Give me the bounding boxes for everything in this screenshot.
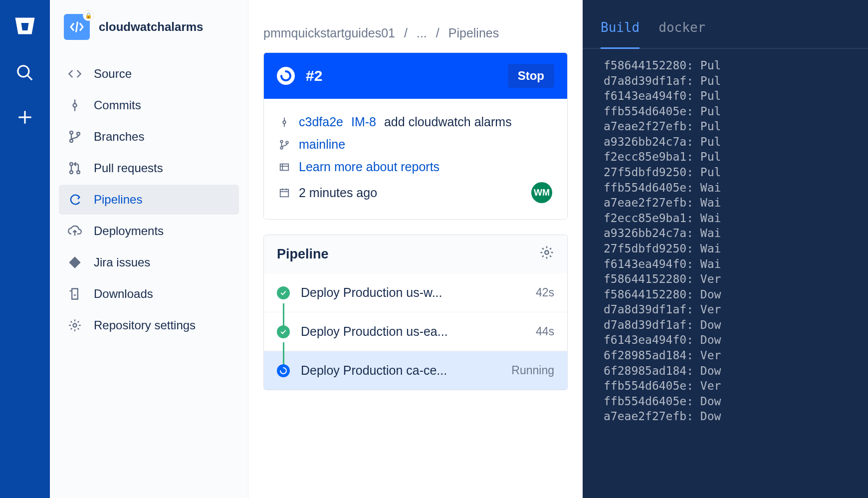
user-avatar[interactable]: WM bbox=[531, 182, 552, 203]
log-output[interactable]: f58644152280: Pul d7a8d39df1af: Pul f614… bbox=[583, 49, 868, 424]
svg-point-9 bbox=[77, 132, 80, 135]
sidebar-item-commits[interactable]: Commits bbox=[59, 90, 239, 120]
run-details: c3dfa2e IM-8 add cloudwatch alarms mainl… bbox=[264, 99, 567, 219]
svg-point-0 bbox=[18, 66, 29, 77]
repo-avatar-icon: 🔒 bbox=[64, 14, 90, 40]
step-name: Deploy Production us-w... bbox=[301, 285, 525, 300]
sidebar-item-label: Deployments bbox=[94, 224, 164, 238]
running-status-icon bbox=[277, 67, 295, 85]
sidebar-item-pull-requests[interactable]: Pull requests bbox=[59, 153, 239, 183]
main-content: pmmquickstartguides01 / ... / Pipelines … bbox=[248, 0, 583, 498]
breadcrumb: pmmquickstartguides01 / ... / Pipelines bbox=[263, 26, 568, 40]
spinner-icon bbox=[277, 364, 290, 377]
run-card: #2 Stop c3dfa2e IM-8 add cloudwatch alar… bbox=[263, 52, 568, 220]
step-name: Deploy Proudction us-ea... bbox=[301, 324, 525, 339]
sidebar-nav: Source Commits Branches Pull requests Pi… bbox=[59, 59, 239, 340]
sidebar-item-branches[interactable]: Branches bbox=[59, 122, 239, 152]
svg-point-8 bbox=[70, 139, 73, 142]
sidebar-item-label: Pull requests bbox=[94, 161, 163, 175]
step-duration: 42s bbox=[536, 286, 554, 299]
commit-hash-link[interactable]: c3dfa2e bbox=[299, 115, 343, 129]
pipeline-step[interactable]: Deploy Production ca-ce...Running bbox=[264, 351, 567, 390]
global-rail bbox=[0, 0, 50, 498]
svg-point-27 bbox=[545, 250, 549, 254]
add-icon[interactable] bbox=[15, 108, 34, 130]
sidebar-item-label: Commits bbox=[94, 98, 141, 112]
svg-point-13 bbox=[73, 324, 77, 327]
svg-line-1 bbox=[27, 75, 32, 80]
pipeline-card: Pipeline Deploy Production us-w...42sDep… bbox=[263, 235, 568, 390]
gear-icon bbox=[68, 318, 82, 332]
sidebar-item-settings[interactable]: Repository settings bbox=[59, 310, 239, 340]
cloud-upload-icon bbox=[68, 224, 82, 238]
commit-icon bbox=[279, 117, 291, 128]
svg-point-14 bbox=[283, 121, 286, 124]
lock-icon: 🔒 bbox=[83, 10, 94, 21]
svg-point-18 bbox=[280, 147, 283, 149]
svg-point-10 bbox=[70, 163, 73, 166]
step-name: Deploy Production ca-ce... bbox=[301, 363, 500, 378]
branch-link[interactable]: mainline bbox=[299, 137, 345, 152]
pipeline-title: Pipeline bbox=[277, 247, 539, 262]
svg-point-19 bbox=[286, 141, 288, 144]
run-header: #2 Stop bbox=[264, 53, 567, 99]
console-tabs: Build docker bbox=[583, 20, 868, 49]
build-log-panel: Build docker f58644152280: Pul d7a8d39df… bbox=[583, 0, 868, 498]
gear-icon[interactable] bbox=[539, 245, 554, 263]
sidebar-item-label: Repository settings bbox=[94, 318, 196, 332]
sidebar-item-label: Source bbox=[94, 67, 132, 81]
sidebar-item-label: Downloads bbox=[94, 287, 153, 301]
sidebar-item-label: Branches bbox=[94, 130, 144, 144]
pull-request-icon bbox=[68, 161, 82, 175]
svg-point-4 bbox=[73, 104, 77, 107]
sidebar-item-pipelines[interactable]: Pipelines bbox=[59, 185, 239, 215]
run-number: #2 bbox=[306, 67, 497, 84]
pipeline-step[interactable]: Deploy Production us-w...42s bbox=[264, 273, 567, 312]
code-icon bbox=[68, 67, 82, 81]
breadcrumb-page[interactable]: Pipelines bbox=[448, 26, 499, 40]
reports-link[interactable]: Learn more about reports bbox=[299, 160, 439, 174]
tab-docker[interactable]: docker bbox=[658, 20, 705, 41]
sidebar-item-source[interactable]: Source bbox=[59, 59, 239, 89]
svg-point-17 bbox=[280, 140, 283, 143]
branch-icon bbox=[68, 130, 82, 144]
sidebar-item-deployments[interactable]: Deployments bbox=[59, 216, 239, 246]
repo-sidebar: 🔒 cloudwatchalarms Source Commits Branch… bbox=[50, 0, 248, 498]
calendar-icon bbox=[279, 187, 291, 198]
commit-message: add cloudwatch alarms bbox=[384, 115, 512, 129]
breadcrumb-project[interactable]: pmmquickstartguides01 bbox=[263, 26, 395, 40]
run-time: 2 minutes ago bbox=[299, 186, 377, 200]
commit-icon bbox=[68, 98, 82, 112]
step-duration: 44s bbox=[536, 325, 554, 338]
branch-icon bbox=[279, 139, 291, 150]
pipeline-step[interactable]: Deploy Proudction us-ea...44s bbox=[264, 312, 567, 351]
report-icon bbox=[279, 162, 291, 173]
download-icon bbox=[68, 287, 82, 301]
svg-point-11 bbox=[70, 171, 73, 174]
check-icon bbox=[277, 325, 290, 338]
tab-build[interactable]: Build bbox=[601, 20, 640, 49]
search-icon[interactable] bbox=[15, 63, 34, 86]
sidebar-item-downloads[interactable]: Downloads bbox=[59, 279, 239, 309]
sidebar-item-label: Jira issues bbox=[94, 255, 150, 269]
svg-point-12 bbox=[77, 171, 80, 174]
repo-header: 🔒 cloudwatchalarms bbox=[59, 14, 239, 55]
stop-button[interactable]: Stop bbox=[508, 64, 554, 88]
sidebar-item-jira-issues[interactable]: Jira issues bbox=[59, 248, 239, 277]
pipelines-icon bbox=[68, 193, 82, 207]
breadcrumb-mid[interactable]: ... bbox=[417, 26, 427, 40]
step-duration: Running bbox=[511, 364, 554, 377]
svg-point-7 bbox=[70, 131, 73, 134]
svg-rect-20 bbox=[280, 164, 289, 170]
svg-rect-23 bbox=[280, 190, 289, 197]
commit-issue-link[interactable]: IM-8 bbox=[351, 115, 376, 129]
check-icon bbox=[277, 286, 290, 299]
sidebar-item-label: Pipelines bbox=[94, 193, 142, 207]
repo-name: cloudwatchalarms bbox=[99, 20, 203, 34]
bitbucket-logo-icon[interactable] bbox=[13, 14, 37, 41]
jira-icon bbox=[68, 255, 82, 269]
